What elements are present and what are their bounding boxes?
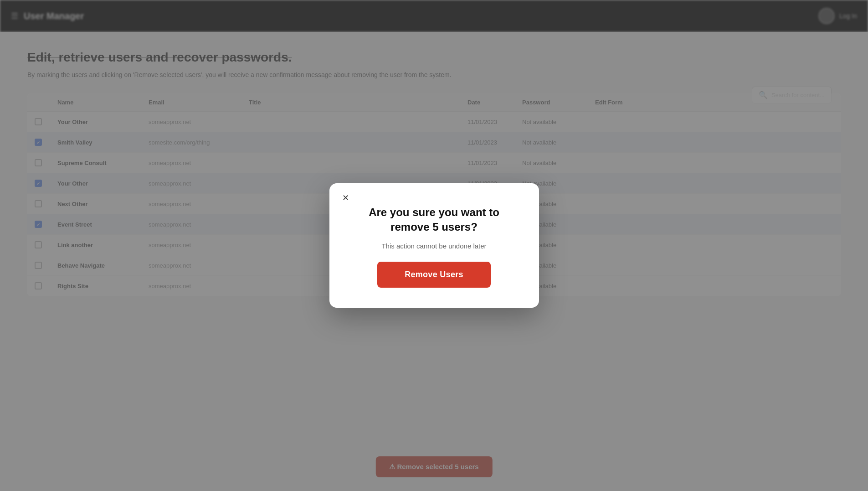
modal-title: Are you sure you want to remove 5 users? <box>353 205 515 233</box>
confirm-modal: ✕ Are you sure you want to remove 5 user… <box>329 183 539 307</box>
modal-subtitle: This action cannot be undone later <box>381 242 486 250</box>
modal-overlay: ✕ Are you sure you want to remove 5 user… <box>0 0 868 491</box>
modal-close-button[interactable]: ✕ <box>339 191 352 204</box>
remove-users-button[interactable]: Remove Users <box>377 262 491 288</box>
